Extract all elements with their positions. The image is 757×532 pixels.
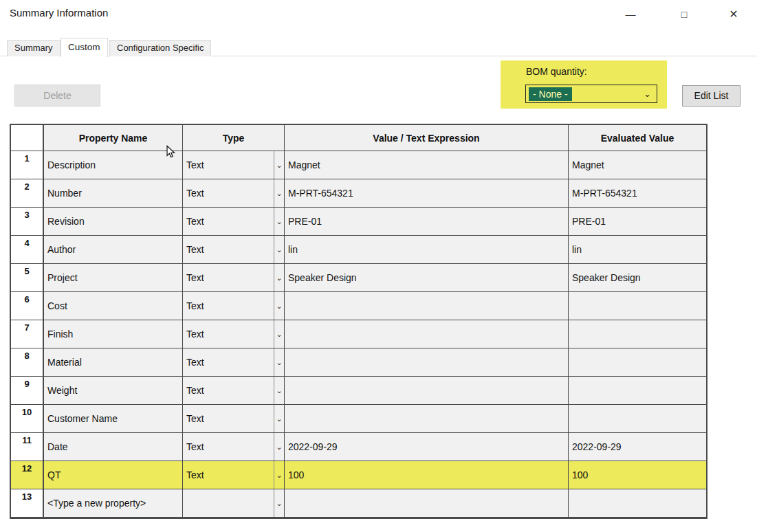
type-cell[interactable]: Text⌄ <box>183 151 285 179</box>
bom-quantity-label: BOM quantity: <box>526 66 587 77</box>
row-number[interactable]: 1 <box>11 151 44 179</box>
evaluated-value-cell: 2022-09-29 <box>569 433 706 461</box>
edit-list-button[interactable]: Edit List <box>682 85 740 107</box>
type-value: Text <box>183 188 274 199</box>
chevron-down-icon[interactable]: ⌄ <box>274 292 284 320</box>
value-expression-cell[interactable]: Speaker Design <box>285 264 569 292</box>
row-number[interactable]: 4 <box>11 236 44 264</box>
table-row: 4AuthorText⌄linlin <box>11 236 706 264</box>
property-name-cell[interactable]: Project <box>44 264 183 292</box>
chevron-down-icon[interactable]: ⌄ <box>274 433 284 461</box>
title-bar: Summary Information — □ ✕ <box>0 0 757 30</box>
property-name-cell[interactable]: Finish <box>44 320 183 348</box>
chevron-down-icon[interactable]: ⌄ <box>274 208 284 235</box>
window-title: Summary Information <box>10 7 108 19</box>
table-row: 3RevisionText⌄PRE-01PRE-01 <box>11 208 706 236</box>
type-cell[interactable]: Text⌄ <box>183 461 285 489</box>
evaluated-value-cell <box>569 320 706 348</box>
type-value: Text <box>183 244 274 255</box>
type-cell[interactable]: Text⌄ <box>183 320 285 348</box>
row-number[interactable]: 9 <box>11 377 44 405</box>
row-number[interactable]: 5 <box>11 264 44 292</box>
value-expression-cell[interactable]: 2022-09-29 <box>285 433 569 461</box>
chevron-down-icon[interactable]: ⌄ <box>274 151 284 179</box>
chevron-down-icon[interactable]: ⌄ <box>274 264 284 291</box>
property-name-cell[interactable]: Date <box>44 433 183 461</box>
value-expression-cell[interactable] <box>285 405 569 433</box>
property-name-cell[interactable]: Number <box>44 179 183 208</box>
evaluated-value-cell <box>569 348 706 377</box>
evaluated-value-cell: Magnet <box>569 151 706 179</box>
table-row: 11DateText⌄2022-09-292022-09-29 <box>11 433 706 461</box>
tab-custom[interactable]: Custom <box>61 38 108 57</box>
type-cell[interactable]: Text⌄ <box>183 179 285 208</box>
value-expression-cell[interactable] <box>285 348 569 377</box>
property-name-cell[interactable]: <Type a new property> <box>44 489 183 518</box>
summary-information-dialog: Summary Information — □ ✕ Summary Custom… <box>0 0 757 532</box>
type-cell[interactable]: Text⌄ <box>183 208 285 236</box>
delete-button[interactable]: Delete <box>14 85 100 107</box>
custom-properties-table: Property Name Type Value / Text Expressi… <box>10 124 707 519</box>
chevron-down-icon: ⌄ <box>644 91 654 98</box>
value-expression-cell[interactable] <box>285 292 569 320</box>
header-type: Type <box>183 125 285 151</box>
chevron-down-icon[interactable]: ⌄ <box>274 377 284 404</box>
property-name-cell[interactable]: Cost <box>44 292 183 320</box>
row-number[interactable]: 7 <box>11 320 44 348</box>
type-cell[interactable]: Text⌄ <box>183 433 285 461</box>
row-number[interactable]: 11 <box>11 433 44 461</box>
type-value: Text <box>183 329 274 340</box>
value-expression-cell[interactable]: M-PRT-654321 <box>285 179 569 208</box>
close-icon[interactable]: ✕ <box>722 4 745 25</box>
type-cell[interactable]: Text⌄ <box>183 292 285 320</box>
row-number[interactable]: 2 <box>11 179 44 208</box>
table-row: 12QTText⌄100100 <box>11 461 706 489</box>
property-name-cell[interactable]: QT <box>44 461 183 489</box>
property-name-cell[interactable]: Author <box>44 236 183 264</box>
value-expression-cell[interactable]: 100 <box>285 461 569 489</box>
type-cell[interactable]: Text⌄ <box>183 236 285 264</box>
value-expression-cell[interactable]: PRE-01 <box>285 208 569 236</box>
row-number[interactable]: 3 <box>11 208 44 236</box>
value-expression-cell[interactable] <box>285 320 569 348</box>
tab-summary[interactable]: Summary <box>7 40 61 56</box>
type-cell[interactable]: ⌄ <box>183 489 285 518</box>
value-expression-cell[interactable]: lin <box>285 236 569 264</box>
type-cell[interactable]: Text⌄ <box>183 264 285 292</box>
row-number[interactable]: 10 <box>11 405 44 433</box>
minimize-icon[interactable]: — <box>619 4 642 25</box>
maximize-icon[interactable]: □ <box>672 4 696 25</box>
bom-quantity-dropdown[interactable]: - None - ⌄ <box>525 85 657 103</box>
table-row: 7FinishText⌄ <box>11 320 706 348</box>
property-name-cell[interactable]: Weight <box>44 377 183 405</box>
row-number[interactable]: 12 <box>11 461 44 489</box>
row-number[interactable]: 6 <box>11 292 44 320</box>
tab-configuration-specific[interactable]: Configuration Specific <box>109 40 211 56</box>
type-cell[interactable]: Text⌄ <box>183 405 285 433</box>
type-cell[interactable]: Text⌄ <box>183 348 285 377</box>
evaluated-value-cell <box>569 377 706 405</box>
value-expression-cell[interactable] <box>285 489 569 518</box>
type-value: Text <box>183 413 274 424</box>
value-expression-cell[interactable] <box>285 377 569 405</box>
property-name-cell[interactable]: Customer Name <box>44 405 183 433</box>
table-row: 1DescriptionText⌄MagnetMagnet <box>11 151 706 179</box>
evaluated-value-cell <box>569 292 706 320</box>
type-cell[interactable]: Text⌄ <box>183 377 285 405</box>
chevron-down-icon[interactable]: ⌄ <box>274 236 284 263</box>
chevron-down-icon[interactable]: ⌄ <box>274 348 284 376</box>
property-name-cell[interactable]: Material <box>44 348 183 377</box>
property-name-cell[interactable]: Description <box>44 151 183 179</box>
chevron-down-icon[interactable]: ⌄ <box>274 405 284 432</box>
evaluated-value-cell: 100 <box>569 461 706 489</box>
chevron-down-icon[interactable]: ⌄ <box>274 179 284 207</box>
row-number[interactable]: 13 <box>11 489 44 518</box>
chevron-down-icon[interactable]: ⌄ <box>274 489 284 517</box>
chevron-down-icon[interactable]: ⌄ <box>274 320 284 348</box>
chevron-down-icon[interactable]: ⌄ <box>274 461 284 489</box>
value-expression-cell[interactable]: Magnet <box>285 151 569 179</box>
row-number[interactable]: 8 <box>11 348 44 377</box>
evaluated-value-cell: lin <box>569 236 706 264</box>
property-name-cell[interactable]: Revision <box>44 208 183 236</box>
evaluated-value-cell: M-PRT-654321 <box>569 179 706 208</box>
